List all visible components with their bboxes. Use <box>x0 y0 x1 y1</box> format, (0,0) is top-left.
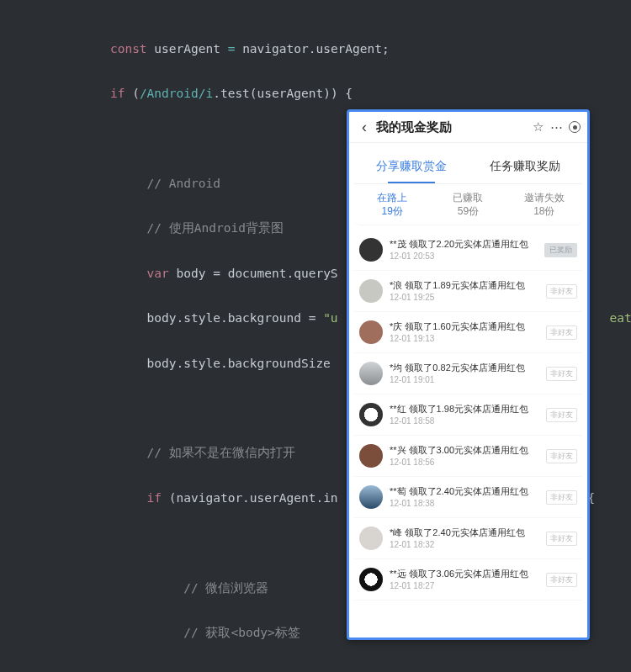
row-title: *庆 领取了1.60元实体店通用红包 <box>390 320 543 333</box>
avatar <box>359 403 383 426</box>
phone-mockup: ‹ 我的现金奖励 ☆ ⋯ 分享赚取赏金 任务赚取奖励 在路上 19份 已赚取 5… <box>347 109 590 640</box>
op-eq: = <box>228 42 236 56</box>
row-title: *浪 领取了1.89元实体店通用红包 <box>390 279 543 292</box>
regex-android: /Android/i <box>140 87 213 100</box>
status-badge: 非好友 <box>546 490 577 505</box>
tab-task[interactable]: 任务赚取奖励 <box>469 159 583 174</box>
row-time: 12-01 20:53 <box>390 251 541 262</box>
str-eat: eat" <box>610 311 631 325</box>
row-time: 12-01 18:32 <box>390 539 543 550</box>
list-item[interactable]: *浪 领取了1.89元实体店通用红包12-01 19:25非好友 <box>354 271 582 312</box>
status-badge: 非好友 <box>546 325 577 340</box>
comment-wechat: // 如果不是在微信内打开 <box>147 446 295 459</box>
status-badge: 非好友 <box>546 532 577 546</box>
row-title: *峰 领取了2.40元实体店通用红包 <box>390 526 543 539</box>
avatar <box>359 279 383 303</box>
reward-list[interactable]: **茂 领取了2.20元实体店通用红包12-01 20:53已奖励*浪 领取了1… <box>354 230 582 601</box>
stat-onway[interactable]: 在路上 19份 <box>354 191 430 218</box>
tab-share[interactable]: 分享赚取赏金 <box>354 159 469 174</box>
stat-expired[interactable]: 邀请失效 18份 <box>506 191 582 218</box>
row-title: **红 领取了1.98元实体店通用红包 <box>390 403 543 415</box>
row-body: *浪 领取了1.89元实体店通用红包12-01 19:25 <box>390 279 543 303</box>
expr-bgset: body.style.background = <box>147 311 324 325</box>
list-item[interactable]: **远 领取了3.06元实体店通用红包12-01 18:27非好友 <box>354 559 582 601</box>
expr-body: body = document.queryS <box>177 267 338 280</box>
expr-bgsize: body.style.backgroundSize <box>147 357 331 370</box>
row-time: 12-01 18:56 <box>390 457 543 468</box>
row-time: 12-01 18:38 <box>390 498 543 509</box>
paren-open: ( <box>132 87 140 100</box>
avatar <box>359 526 383 550</box>
record-icon[interactable] <box>569 121 581 133</box>
stat-label: 已赚取 <box>430 191 506 204</box>
list-item[interactable]: *峰 领取了2.40元实体店通用红包12-01 18:32非好友 <box>354 518 582 559</box>
row-time: 12-01 19:13 <box>390 333 543 344</box>
back-button[interactable]: ‹ <box>356 119 373 136</box>
more-icon[interactable]: ⋯ <box>547 119 565 135</box>
list-item[interactable]: **红 领取了1.98元实体店通用红包12-01 18:58非好友 <box>354 394 582 436</box>
row-body: **红 领取了1.98元实体店通用红包12-01 18:58 <box>390 403 543 426</box>
list-item[interactable]: **兴 领取了3.00元实体店通用红包12-01 18:56非好友 <box>354 436 582 477</box>
status-badge: 非好友 <box>546 449 577 463</box>
status-badge: 非好友 <box>546 408 577 422</box>
prop-userAgent: .userAgent; <box>309 42 390 56</box>
status-badge: 非好友 <box>546 367 577 381</box>
stat-label: 在路上 <box>354 191 430 204</box>
avatar <box>359 362 383 385</box>
row-title: **兴 领取了3.00元实体店通用红包 <box>390 444 543 457</box>
row-time: 12-01 19:01 <box>390 374 543 385</box>
row-body: *峰 领取了2.40元实体店通用红包12-01 18:32 <box>390 526 543 550</box>
row-body: **萄 领取了2.40元实体店通用红包12-01 18:38 <box>390 485 543 509</box>
row-body: **茂 领取了2.20元实体店通用红包12-01 20:53 <box>390 238 541 262</box>
row-title: **萄 领取了2.40元实体店通用红包 <box>390 485 543 498</box>
page-title: 我的现金奖励 <box>376 119 452 135</box>
status-badge: 已奖励 <box>544 243 577 257</box>
obj-navigator: navigator <box>242 42 309 56</box>
list-item[interactable]: **萄 领取了2.40元实体店通用红包12-01 18:38非好友 <box>354 477 582 518</box>
comment-bg: // 使用Android背景图 <box>147 221 284 235</box>
row-time: 12-01 18:58 <box>390 415 543 426</box>
row-body: *庆 领取了1.60元实体店通用红包12-01 19:13 <box>390 320 543 344</box>
stat-value: 19份 <box>354 204 430 218</box>
row-title: **茂 领取了2.20元实体店通用红包 <box>390 238 541 251</box>
stat-earned[interactable]: 已赚取 59份 <box>430 191 506 218</box>
stat-value: 59份 <box>430 204 506 218</box>
phone-navbar: ‹ 我的现金奖励 ☆ ⋯ <box>349 112 587 143</box>
expr-test: .test(userAgent)) { <box>213 87 353 100</box>
avatar <box>359 444 383 468</box>
stat-value: 18份 <box>506 204 582 218</box>
status-badge: 非好友 <box>546 284 577 299</box>
var-userAgent: userAgent <box>154 42 220 56</box>
comment-android: // Android <box>147 177 220 190</box>
stats-row: 在路上 19份 已赚取 59份 邀请失效 18份 <box>354 183 582 225</box>
row-body: *均 领取了0.82元实体店通用红包12-01 19:01 <box>390 362 543 385</box>
avatar <box>359 568 383 591</box>
avatar <box>359 485 383 509</box>
row-time: 12-01 19:25 <box>390 292 543 303</box>
row-body: **远 领取了3.06元实体店通用红包12-01 18:27 <box>390 568 543 591</box>
tabs: 分享赚取赏金 任务赚取奖励 <box>354 150 582 183</box>
avatar <box>359 238 383 262</box>
status-badge: 非好友 <box>546 573 577 587</box>
avatar <box>359 320 383 344</box>
summary-card: 分享赚取赏金 任务赚取奖励 在路上 19份 已赚取 59份 邀请失效 18份 <box>354 150 582 225</box>
keyword-var: var <box>147 267 169 280</box>
star-icon[interactable]: ☆ <box>528 119 547 135</box>
keyword-if-2: if <box>147 491 162 505</box>
keyword-const: const <box>110 42 147 56</box>
list-item[interactable]: **茂 领取了2.20元实体店通用红包12-01 20:53已奖励 <box>354 230 582 271</box>
tab-underline <box>388 182 435 183</box>
row-title: **远 领取了3.06元实体店通用红包 <box>390 568 543 580</box>
row-title: *均 领取了0.82元实体店通用红包 <box>390 362 543 374</box>
stat-label: 邀请失效 <box>506 191 582 204</box>
comment-getbody: // 获取<body>标签 <box>183 626 300 639</box>
list-item[interactable]: *庆 领取了1.60元实体店通用红包12-01 19:13非好友 <box>354 312 582 353</box>
row-time: 12-01 18:27 <box>390 580 543 591</box>
keyword-if: if <box>110 87 125 100</box>
comment-wxbrowser: // 微信浏览器 <box>183 581 268 595</box>
expr-nav-in: (navigator.userAgent.in <box>169 491 338 505</box>
list-item[interactable]: *均 领取了0.82元实体店通用红包12-01 19:01非好友 <box>354 353 582 394</box>
row-body: **兴 领取了3.00元实体店通用红包12-01 18:56 <box>390 444 543 468</box>
str-u: "u <box>323 311 337 325</box>
